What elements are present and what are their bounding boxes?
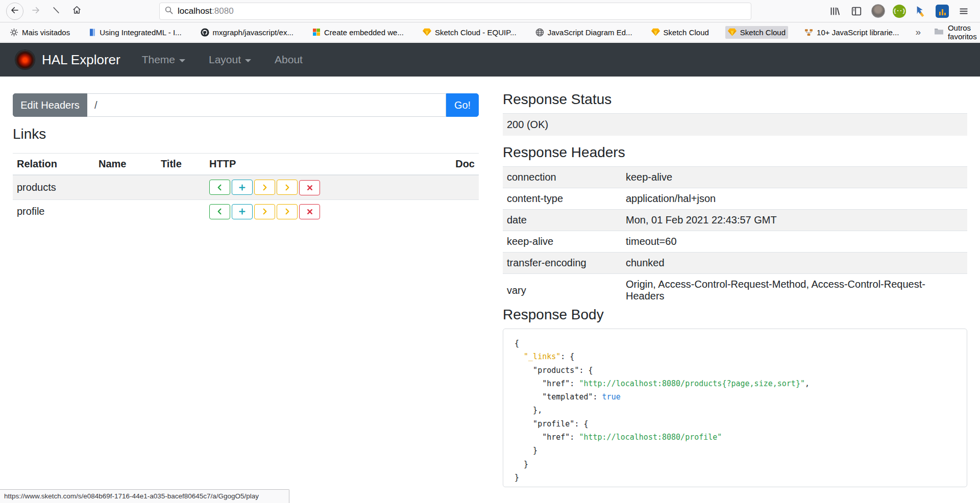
bookmark-label: Create embedded we...: [324, 28, 404, 37]
bookmark-label: Sketch Cloud - EQUIP...: [435, 28, 517, 37]
link-row: products: [13, 175, 479, 199]
bookmark-item[interactable]: Create embedded we...: [310, 26, 406, 39]
link-title-cell: [157, 175, 205, 199]
response-header-row: content-typeapplication/hal+json: [503, 188, 967, 210]
bookmark-item[interactable]: Using IntegratedML - I...: [86, 26, 184, 39]
json-line: {: [514, 337, 967, 350]
search-icon: [165, 6, 173, 16]
bookmark-label: Sketch Cloud: [740, 28, 786, 37]
bookmark-item[interactable]: Sketch Cloud: [725, 26, 788, 39]
http-delete-button[interactable]: [299, 204, 320, 219]
json-segment: "_links": [524, 352, 560, 361]
response-body-json: { "_links": { "products": { "href": "htt…: [514, 337, 967, 484]
chevron-right-icon: [283, 208, 291, 215]
response-header-row: dateMon, 01 Feb 2021 22:43:57 GMT: [503, 210, 967, 231]
bookmark-label: Mais visitados: [22, 28, 70, 37]
home-button[interactable]: [68, 3, 85, 19]
go-button[interactable]: Go!: [446, 93, 479, 117]
account-avatar[interactable]: [871, 4, 885, 18]
url-bar[interactable]: localhost:8080: [159, 3, 751, 20]
link-relation-cell[interactable]: products: [13, 175, 94, 199]
x-icon: [306, 184, 313, 191]
response-header-key: keep-alive: [503, 231, 622, 253]
hamburger-menu-icon[interactable]: [957, 4, 971, 18]
response-status-value: 200 (OK): [503, 114, 967, 136]
http-put-button[interactable]: [254, 180, 275, 195]
nav-menu-about[interactable]: About: [275, 54, 303, 66]
json-line: }: [514, 444, 967, 457]
link-name-cell: [94, 199, 157, 223]
response-status-title: Response Status: [503, 91, 611, 108]
http-get-button[interactable]: [209, 204, 230, 219]
reload-button[interactable]: [48, 3, 64, 19]
http-post-button[interactable]: [232, 204, 253, 219]
json-segment: "href":: [514, 379, 579, 388]
json-segment: }: [514, 473, 519, 482]
link-row: profile: [13, 199, 479, 223]
json-line: "_links": {: [514, 350, 967, 363]
bookmark-item[interactable]: 10+ JavaScript librarie...: [802, 26, 901, 39]
sidebar-icon[interactable]: [849, 4, 864, 18]
forward-icon: [31, 6, 40, 17]
links-title: Links: [13, 125, 46, 143]
bookmarks-overflow-chevron[interactable]: »: [915, 27, 921, 38]
chevron-left-icon: [216, 184, 224, 191]
link-doc-cell: [433, 175, 479, 199]
json-segment: ,: [805, 379, 810, 388]
forward-button[interactable]: [28, 3, 44, 19]
response-headers-title: Response Headers: [503, 144, 625, 161]
url-input[interactable]: localhost:8080: [178, 6, 234, 16]
nav-menu-layout[interactable]: Layout: [209, 54, 251, 66]
chart-extension-icon[interactable]: [936, 5, 949, 18]
hal-eye-logo-icon[interactable]: [15, 50, 35, 69]
response-body-card: { "_links": { "products": { "href": "htt…: [503, 329, 967, 487]
bookmark-item[interactable]: Sketch Cloud - EQUIP...: [420, 26, 519, 39]
x-icon: [306, 208, 313, 215]
uri-input[interactable]: [87, 93, 446, 117]
bookmark-item[interactable]: mxgraph/javascript/ex...: [198, 26, 296, 39]
bookmark-item[interactable]: Mais visitados: [7, 26, 72, 39]
caret-down-icon: [179, 59, 185, 62]
json-line: "templated": true: [514, 390, 967, 404]
http-post-button[interactable]: [232, 180, 253, 195]
slash-icon: [52, 6, 61, 17]
http-patch-button[interactable]: [277, 180, 298, 195]
library-icon[interactable]: [827, 4, 842, 18]
plus-icon: [238, 208, 246, 215]
nav-menu-theme[interactable]: Theme: [142, 54, 185, 66]
chevron-left-icon: [216, 208, 224, 215]
folder-icon: [934, 27, 944, 37]
http-get-button[interactable]: [209, 180, 230, 195]
json-line: "href": "http://localhost:8080/profile": [514, 431, 967, 444]
app-brand[interactable]: HAL Explorer: [42, 52, 120, 68]
chevron-right-icon: [261, 208, 268, 215]
bookmark-label: 10+ JavaScript librarie...: [817, 28, 899, 37]
bookmark-item[interactable]: Sketch Cloud: [649, 26, 712, 39]
response-headers-table: connectionkeep-alivecontent-typeapplicat…: [503, 166, 967, 307]
github-icon: [201, 28, 209, 37]
response-header-row: keep-alivetimeout=60: [503, 231, 967, 253]
links-column-http: HTTP: [205, 154, 433, 175]
http-delete-button[interactable]: [299, 180, 320, 195]
back-button[interactable]: [6, 3, 23, 20]
browser-toolbar: localhost:8080 {··}: [0, 0, 980, 22]
links-column-relation: Relation: [13, 154, 94, 175]
link-name-cell: [94, 175, 157, 199]
json-segment: },: [514, 406, 542, 415]
plus-icon: [238, 184, 246, 191]
http-put-button[interactable]: [254, 204, 275, 219]
link-relation-cell[interactable]: profile: [13, 199, 94, 223]
json-line: "products": {: [514, 364, 967, 377]
braces-extension-icon[interactable]: {··}: [893, 5, 906, 18]
chevron-right-icon: [283, 184, 291, 191]
other-favorites-label: Outros favoritos: [948, 23, 977, 41]
bookmark-item[interactable]: JavaScript Diagram Ed...: [533, 26, 635, 39]
globe-icon: [535, 28, 544, 37]
other-favorites[interactable]: Outros favoritos: [934, 23, 977, 41]
edit-headers-button[interactable]: Edit Headers: [13, 93, 87, 117]
http-patch-button[interactable]: [277, 204, 298, 219]
response-header-row: transfer-encodingchunked: [503, 253, 967, 274]
home-icon: [72, 5, 82, 17]
response-header-value: Origin, Access-Control-Request-Method, A…: [622, 274, 967, 307]
arrow-extension-icon[interactable]: [914, 4, 928, 18]
